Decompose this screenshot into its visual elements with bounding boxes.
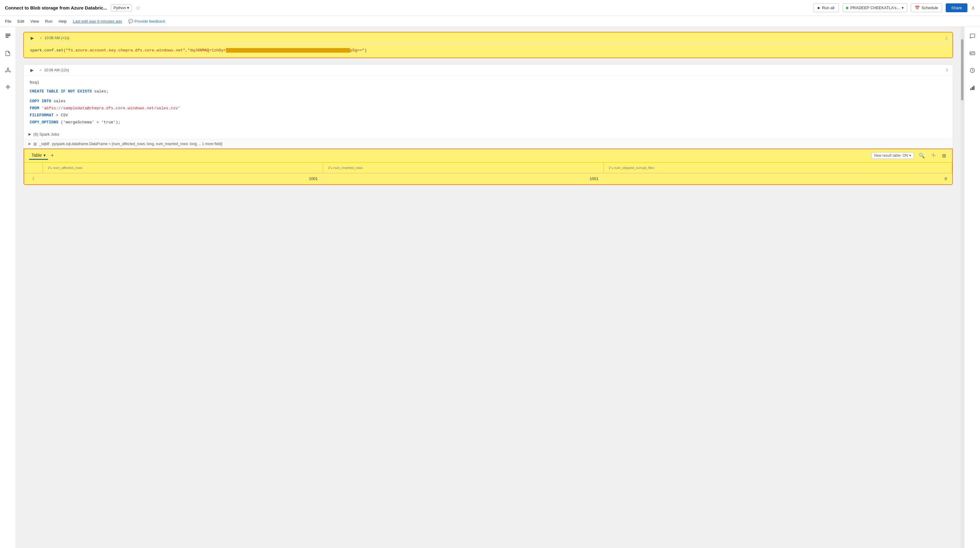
row-1-col2: 1001 (323, 173, 604, 184)
code-line-create: CREATE TABLE IF NOT EXISTS sales; (30, 88, 947, 95)
notebook-content: ▶ ✓ 10:06 AM (<1s) 2 spark.conf.set("fs.… (16, 27, 960, 548)
chevron-down-icon-result: ▾ (909, 153, 911, 158)
spark-jobs-row[interactable]: ▶ (6) Spark Jobs (24, 129, 953, 139)
cell-3-number: 3 (946, 68, 948, 72)
filter-icon-button[interactable]: ⏆ (930, 151, 937, 159)
col-num-inserted-rows: 1²₃ num_inserted_rows (323, 162, 604, 173)
table-result-icon: ▦ (33, 142, 37, 146)
star-button[interactable]: ☆ (136, 5, 140, 11)
table-tab[interactable]: Table ▾ (29, 151, 48, 160)
col-type-icon-3: 1²₃ num_skipped_corrupt_files (609, 166, 654, 170)
play-icon: ▶ (818, 6, 820, 10)
svg-point-6 (5, 71, 6, 72)
top-bar: Connect to Blob storage from Azure Datab… (0, 0, 980, 16)
svg-point-3 (7, 70, 9, 71)
menu-edit[interactable]: Edit (18, 18, 24, 25)
kw-fileformat-val: = CSV (56, 113, 68, 118)
run-cell-2-button[interactable]: ▶ (29, 35, 36, 41)
sidebar-icon-variables[interactable] (967, 48, 978, 59)
code-line-fileformat: FILEFORMAT = CSV (30, 112, 947, 119)
menu-view[interactable]: View (30, 18, 39, 25)
cell-3-status: ✓ 10:06 AM (12s) (39, 68, 69, 72)
sidebar-icon-history[interactable] (967, 65, 978, 76)
data-table: 1²₃ num_affected_rows 1²₃ num_inserted_r… (24, 162, 952, 184)
sidebar-icon-clusters[interactable] (2, 65, 13, 76)
row-1-col1: 1001 (43, 173, 323, 184)
cell-3-code: %sql CREATE TABLE IF NOT EXISTS sales; C… (24, 76, 953, 129)
sidebar-icon-ai[interactable] (2, 82, 13, 93)
search-icon-button[interactable]: 🔍 (918, 151, 926, 160)
svg-point-11 (970, 53, 972, 54)
menu-help[interactable]: Help (59, 18, 67, 25)
last-edit-label: Last edit was 6 minutes ago (73, 18, 122, 25)
scrollbar-thumb[interactable] (961, 39, 964, 100)
add-tab-button[interactable]: + (51, 153, 54, 159)
share-button[interactable]: Share (946, 3, 967, 12)
result-info-text: _sqldf: pyspark.sql.dataframe.DataFrame … (39, 142, 222, 146)
col-type-badge-1: 1²₃ (48, 166, 52, 170)
table-row: 1 1001 1001 0 (24, 173, 952, 184)
table-tab-label: Table (32, 153, 41, 158)
menu-run[interactable]: Run (45, 18, 52, 25)
new-result-label: New result table: ON (874, 153, 908, 158)
check-icon: ✓ (40, 36, 43, 40)
sidebar-icon-files[interactable] (2, 48, 13, 59)
right-sidebar (964, 27, 980, 548)
col-num-skipped-corrupt-files: 1²₃ num_skipped_corrupt_files (603, 162, 952, 173)
svg-rect-16 (972, 87, 973, 90)
col-type-badge-3: 1²₃ (609, 166, 613, 170)
user-badge[interactable]: PRADEEP CHEEKATLA's... ▾ (843, 3, 907, 12)
kw-copy-options-val: ('mergeSchema' = 'true'); (60, 120, 120, 124)
sidebar-icon-data[interactable] (967, 82, 978, 93)
cell-2-body: spark.conf.set("fs.azure.account.key.che… (24, 44, 953, 57)
result-expand-arrow[interactable]: ▶ (29, 142, 31, 146)
col-type-badge-2: 1²₃ (328, 166, 332, 170)
kw-copy-options: COPY_OPTIONS (30, 120, 59, 124)
schedule-label: Schedule (921, 5, 938, 10)
table-toolbar: Table ▾ + New result table: ON ▾ 🔍 ⏆ ⊞ (24, 149, 952, 162)
kw-sales1: sales; (94, 89, 109, 94)
svg-point-5 (10, 71, 11, 72)
collapse-button[interactable]: ∧ (971, 5, 975, 11)
cell-3-timestamp: 10:06 AM (12s) (44, 68, 69, 72)
chevron-down-icon: ▾ (902, 5, 904, 10)
user-status-dot (846, 7, 848, 9)
kw-fileformat: FILEFORMAT (30, 113, 54, 118)
row-1-col3: 0 (603, 173, 952, 184)
schedule-button[interactable]: 📅 Schedule (911, 3, 942, 12)
col-type-icon-2: 1²₃ num_inserted_rows (328, 166, 363, 170)
language-selector[interactable]: Python ▾ (111, 4, 132, 11)
code-line-copy-into: COPY INTO sales (30, 98, 947, 105)
check-icon-2: ✓ (39, 68, 42, 72)
user-label: PRADEEP CHEEKATLA's... (850, 5, 900, 10)
code-line-copy-options: COPY_OPTIONS ('mergeSchema' = 'true'); (30, 119, 947, 126)
layout-icon-button[interactable]: ⊞ (941, 151, 947, 160)
kw-from-path: 'abfss://sampledata@chepra.dfs.core.wind… (41, 106, 180, 110)
left-sidebar (0, 27, 16, 548)
menu-file[interactable]: File (5, 18, 11, 25)
calendar-icon: 📅 (915, 5, 920, 10)
scrollbar[interactable] (960, 27, 964, 548)
spark-jobs-label: (6) Spark Jobs (33, 132, 59, 137)
sidebar-icon-notebooks[interactable] (2, 30, 13, 41)
col-type-icon-1: 1²₃ num_affected_rows (48, 166, 83, 170)
kw-sales2: sales (54, 99, 65, 104)
code-line-sql-magic: %sql (30, 80, 947, 86)
svg-rect-1 (5, 35, 10, 36)
provide-feedback-link[interactable]: 💬 Provide feedback (128, 18, 165, 25)
kw-from: FROM (30, 106, 41, 110)
spark-jobs-arrow: ▶ (29, 132, 31, 136)
cell-2-number: 2 (945, 36, 948, 40)
run-all-label: Run all (822, 5, 834, 10)
chevron-down-icon: ▾ (127, 5, 129, 10)
kw-create: CREATE (30, 89, 44, 94)
run-all-button[interactable]: ▶ Run all (813, 3, 839, 12)
cell-2-timestamp: 10:06 AM (<1s) (45, 36, 70, 40)
chat-icon: 💬 (128, 19, 133, 24)
new-result-toggle[interactable]: New result table: ON ▾ (871, 152, 914, 159)
sidebar-icon-comments[interactable] (967, 30, 978, 41)
kw-copy-into: COPY INTO (30, 99, 54, 104)
run-cell-3-button[interactable]: ▶ (29, 67, 35, 73)
result-bar: ▶ ▦ _sqldf: pyspark.sql.dataframe.DataFr… (24, 139, 953, 148)
cell-3-header: ▶ ✓ 10:06 AM (12s) 3 (24, 65, 953, 76)
